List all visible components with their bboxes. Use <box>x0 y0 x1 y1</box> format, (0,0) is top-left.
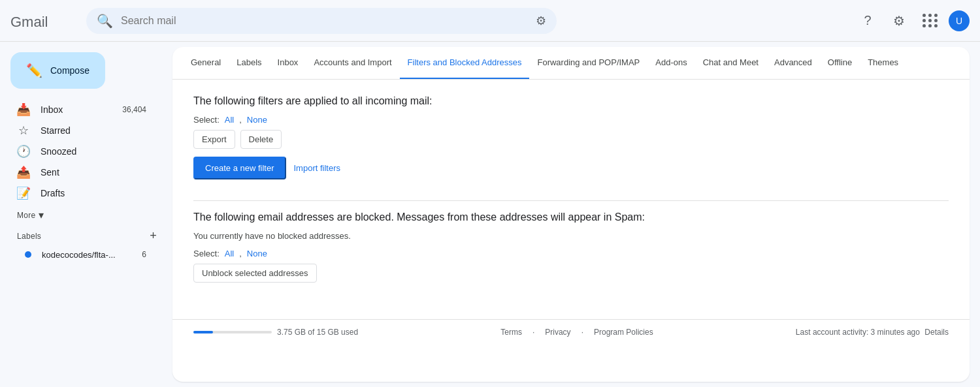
sidebar-item-sent[interactable]: 📤 Sent <box>0 162 157 183</box>
delete-button[interactable]: Delete <box>240 130 282 149</box>
blocked-select-all[interactable]: All <box>225 249 234 258</box>
tab-chat[interactable]: Chat and Meet <box>695 47 766 80</box>
tab-general[interactable]: General <box>183 47 229 80</box>
filters-section-title: The following filters are applied to all… <box>193 95 949 107</box>
labels-section-label: Labels <box>17 232 41 241</box>
add-label-icon[interactable]: + <box>150 229 157 243</box>
svg-text:Gmail: Gmail <box>10 14 48 30</box>
footer-links: Terms · Privacy · Program Policies <box>500 328 653 337</box>
details-link[interactable]: Details <box>924 328 949 337</box>
more-section[interactable]: More ▾ <box>0 204 167 224</box>
blocked-select-label: Select: <box>193 249 220 258</box>
privacy-link[interactable]: Privacy <box>545 328 570 337</box>
sidebar-item-label: Starred <box>41 125 146 136</box>
search-bar: 🔍 ⚙ <box>86 8 557 34</box>
more-label: More <box>17 211 36 220</box>
compose-button[interactable]: ✏️ Compose <box>10 52 105 89</box>
settings-content: The following filters are applied to all… <box>172 80 970 319</box>
filters-select-none[interactable]: None <box>247 115 267 125</box>
section-divider <box>193 200 949 201</box>
storage-info: 3.75 GB of 15 GB used <box>193 328 358 337</box>
chevron-down-icon: ▾ <box>39 209 44 221</box>
snoozed-icon: 🕐 <box>17 144 30 159</box>
blocked-section: The following email addresses are blocke… <box>193 211 949 283</box>
footer-sep1: · <box>532 328 534 337</box>
activity-text: Last account activity: 3 minutes ago <box>796 328 920 337</box>
starred-icon: ☆ <box>17 123 30 138</box>
sidebar-item-drafts[interactable]: 📝 Drafts <box>0 183 157 204</box>
storage-text: 3.75 GB of 15 GB used <box>277 328 358 337</box>
footer-sep2: · <box>581 328 583 337</box>
inbox-icon: 📥 <box>17 102 30 117</box>
tab-labels[interactable]: Labels <box>229 47 269 80</box>
support-button[interactable]: ? <box>855 8 881 34</box>
label-dot-icon <box>25 251 31 258</box>
tab-themes[interactable]: Themes <box>860 47 906 80</box>
tab-addons[interactable]: Add-ons <box>647 47 694 80</box>
search-icon: 🔍 <box>97 13 113 29</box>
filters-section: The following filters are applied to all… <box>193 95 949 179</box>
tab-forwarding[interactable]: Forwarding and POP/IMAP <box>529 47 647 80</box>
label-count: 6 <box>142 250 146 259</box>
create-filter-button[interactable]: Create a new filter <box>193 157 286 179</box>
blocked-select-sep: , <box>239 249 242 258</box>
tab-inbox[interactable]: Inbox <box>270 47 306 80</box>
sidebar-item-label: Drafts <box>41 188 146 198</box>
filter-create-row: Create a new filter Import filters <box>193 157 949 179</box>
compose-label: Compose <box>50 65 90 76</box>
terms-link[interactable]: Terms <box>500 328 522 337</box>
sidebar-item-kodecocodes[interactable]: kodecocodes/flta-... 6 <box>0 245 157 264</box>
avatar[interactable]: U <box>949 10 970 31</box>
policies-link[interactable]: Program Policies <box>594 328 653 337</box>
no-blocked-text: You currently have no blocked addresses. <box>193 231 949 241</box>
inbox-count: 36,404 <box>122 105 146 114</box>
blocked-action-row: Unblock selected addresses <box>193 264 949 283</box>
sidebar-item-label: Snoozed <box>41 146 146 157</box>
tab-filters[interactable]: Filters and Blocked Addresses <box>400 47 530 80</box>
import-filters-link[interactable]: Import filters <box>294 163 341 173</box>
filters-select-sep: , <box>239 115 242 125</box>
compose-icon: ✏️ <box>26 63 42 78</box>
drafts-icon: 📝 <box>17 186 30 200</box>
gmail-logo: Gmail <box>10 11 71 31</box>
label-name: kodecocodes/flta-... <box>42 250 131 260</box>
search-input[interactable] <box>121 15 528 27</box>
apps-button[interactable] <box>917 8 943 34</box>
sidebar-item-starred[interactable]: ☆ Starred <box>0 120 157 141</box>
unblock-button[interactable]: Unblock selected addresses <box>193 264 317 283</box>
apps-grid-icon <box>923 14 938 27</box>
filters-action-row: Export Delete <box>193 130 949 149</box>
layout: ✏️ Compose 📥 Inbox 36,404 ☆ Starred 🕐 Sn… <box>0 0 980 387</box>
settings-button[interactable]: ⚙ <box>886 8 912 34</box>
settings-panel: General Labels Inbox Accounts and Import… <box>172 47 970 382</box>
settings-tabs: General Labels Inbox Accounts and Import… <box>172 47 970 80</box>
sidebar-item-snoozed[interactable]: 🕐 Snoozed <box>0 141 157 162</box>
labels-section: Labels + <box>0 224 167 245</box>
sidebar: ✏️ Compose 📥 Inbox 36,404 ☆ Starred 🕐 Sn… <box>0 42 167 387</box>
sent-icon: 📤 <box>17 165 30 179</box>
tab-accounts[interactable]: Accounts and Import <box>306 47 399 80</box>
blocked-select-none[interactable]: None <box>247 249 267 258</box>
blocked-section-title: The following email addresses are blocke… <box>193 211 949 223</box>
sidebar-item-label: Sent <box>41 167 146 178</box>
filters-select-all[interactable]: All <box>225 115 234 125</box>
last-activity: Last account activity: 3 minutes ago Det… <box>796 328 949 337</box>
sidebar-item-label: Inbox <box>41 104 112 115</box>
tab-offline[interactable]: Offline <box>820 47 860 80</box>
blocked-select-row: Select: All , None <box>193 249 949 258</box>
topbar-actions: ? ⚙ U <box>855 8 970 34</box>
filters-select-row: Select: All , None <box>193 115 949 125</box>
advanced-search-icon[interactable]: ⚙ <box>536 14 546 28</box>
filters-select-label: Select: <box>193 115 220 125</box>
tab-advanced[interactable]: Advanced <box>766 47 820 80</box>
storage-fill <box>193 331 213 333</box>
footer: 3.75 GB of 15 GB used Terms · Privacy · … <box>172 319 970 345</box>
export-button[interactable]: Export <box>193 130 235 149</box>
topbar: Gmail 🔍 ⚙ ? ⚙ U <box>0 0 980 42</box>
storage-bar <box>193 331 272 333</box>
sidebar-item-inbox[interactable]: 📥 Inbox 36,404 <box>0 99 157 120</box>
